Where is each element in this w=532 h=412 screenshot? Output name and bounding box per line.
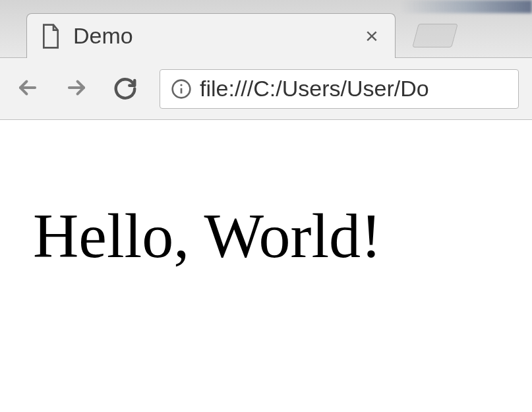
page-heading: Hello, World! (33, 199, 499, 272)
browser-tab[interactable]: Demo × (26, 13, 396, 58)
tab-strip: Demo × (0, 0, 532, 58)
forward-button[interactable] (62, 74, 91, 103)
arrow-right-icon (64, 75, 89, 102)
toolbar: file:///C:/Users/User/Do (0, 58, 532, 120)
close-icon: × (365, 23, 378, 49)
reload-button[interactable] (111, 74, 140, 103)
url-text: file:///C:/Users/User/Do (200, 76, 508, 102)
tab-title: Demo (73, 23, 350, 49)
svg-point-2 (180, 84, 182, 86)
tab-strip-area: Demo × (0, 0, 532, 58)
tab-close-button[interactable]: × (362, 26, 382, 46)
back-button[interactable] (13, 74, 42, 103)
new-tab-button[interactable] (412, 24, 458, 47)
file-icon (40, 23, 61, 49)
arrow-left-icon (15, 75, 40, 102)
info-icon (171, 78, 192, 100)
page-content: Hello, World! (0, 120, 532, 351)
reload-icon (113, 75, 138, 102)
address-bar[interactable]: file:///C:/Users/User/Do (160, 69, 519, 109)
